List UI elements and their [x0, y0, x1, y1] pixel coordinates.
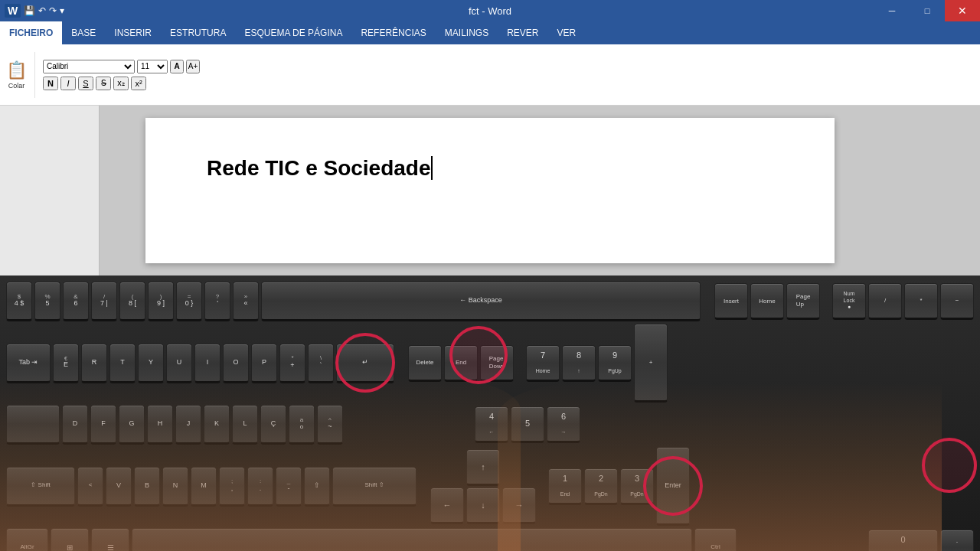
key-num-3[interactable]: 3PgDn: [620, 468, 654, 505]
underline-button[interactable]: S: [78, 77, 93, 90]
minimize-button[interactable]: ─: [874, 0, 910, 21]
key-close-paren-9[interactable]: )9 ]: [148, 282, 174, 321]
key-win[interactable]: ⊞: [51, 528, 89, 551]
key-enter-main[interactable]: ↵: [336, 344, 394, 383]
key-num-4[interactable]: 4←: [475, 406, 508, 443]
key-backspace[interactable]: ← Backspace: [261, 282, 701, 321]
key-p[interactable]: P: [251, 344, 277, 383]
key-colon[interactable]: :.: [247, 467, 273, 507]
key-num-asterisk[interactable]: *: [904, 283, 938, 320]
key-y[interactable]: Y: [138, 344, 164, 383]
key-num-9[interactable]: 9PgUp: [598, 345, 632, 382]
key-num-5[interactable]: 5: [511, 406, 544, 443]
key-underscore[interactable]: _-: [276, 467, 302, 507]
key-semicolon[interactable]: ;,: [219, 467, 245, 507]
grow-font-button[interactable]: A+: [186, 60, 200, 73]
tab-rever[interactable]: REVER: [498, 21, 547, 44]
key-i[interactable]: I: [194, 344, 220, 383]
key-arrow-up[interactable]: ↑: [466, 449, 500, 486]
key-caps-lock[interactable]: [6, 405, 60, 445]
customize-icon[interactable]: ▾: [60, 5, 64, 16]
key-k[interactable]: K: [204, 405, 230, 445]
tab-referencias[interactable]: REFERÊNCIAS: [351, 21, 435, 44]
key-arrow-down[interactable]: ↓: [466, 487, 500, 524]
key-alt-gr[interactable]: AltGr: [6, 528, 48, 551]
key-b[interactable]: B: [134, 467, 160, 507]
font-size-select[interactable]: 11: [137, 60, 168, 73]
key-num-8[interactable]: 8↑: [562, 345, 596, 382]
key-tab[interactable]: Tab ⇥: [6, 344, 51, 383]
key-t[interactable]: T: [109, 344, 136, 383]
tab-estrutura[interactable]: ESTRUTURA: [161, 21, 235, 44]
key-h[interactable]: H: [147, 405, 173, 445]
key-equals-0[interactable]: =0 }: [176, 282, 202, 321]
key-shift-right[interactable]: Shift ⇧: [332, 467, 416, 507]
close-button[interactable]: ✕: [945, 0, 980, 21]
key-backtick[interactable]: \`: [308, 344, 334, 383]
key-numpad-enter[interactable]: Enter: [656, 447, 690, 526]
paste-button[interactable]: 📋 Colar: [6, 60, 27, 90]
key-num-slash[interactable]: /: [868, 283, 902, 320]
document-area[interactable]: Rede TIC e Sociedade: [0, 106, 980, 276]
key-space[interactable]: [132, 528, 692, 551]
key-num-7[interactable]: 7Home: [526, 345, 560, 382]
key-guillemets[interactable]: »«: [233, 282, 259, 321]
key-u[interactable]: U: [166, 344, 192, 383]
font-family-select[interactable]: Calibri: [43, 60, 135, 73]
key-j[interactable]: J: [175, 405, 201, 445]
key-num-0[interactable]: 0Ins: [868, 530, 938, 551]
key-insert[interactable]: Insert: [714, 283, 748, 320]
key-d[interactable]: D: [62, 405, 88, 445]
key-slash-7[interactable]: /7 |: [91, 282, 117, 321]
key-num-6[interactable]: 6→: [547, 406, 580, 443]
key-arrow-right[interactable]: →: [502, 487, 536, 524]
tab-mailings[interactable]: MAILINGS: [436, 21, 498, 44]
key-pagedown[interactable]: PageDown: [480, 345, 514, 382]
key-z[interactable]: <: [77, 467, 103, 507]
tab-esquema[interactable]: ESQUEMA DE PÁGINA: [235, 21, 351, 44]
key-shift-up-arrow[interactable]: ⇧: [304, 467, 330, 507]
key-ctrl-right[interactable]: Ctrl: [694, 528, 737, 551]
tab-base[interactable]: BASE: [62, 21, 105, 44]
key-num-1[interactable]: 1End: [548, 468, 582, 505]
key-open-paren-8[interactable]: (8 [: [119, 282, 145, 321]
key-l[interactable]: L: [232, 405, 258, 445]
key-ampersand-6[interactable]: &6: [63, 282, 89, 321]
strikethrough-button[interactable]: S̶: [96, 77, 111, 90]
maximize-button[interactable]: □: [910, 0, 945, 21]
key-shift-left[interactable]: ⇧ Shift: [6, 467, 75, 507]
key-pageup[interactable]: PageUp: [786, 283, 820, 320]
key-g[interactable]: G: [119, 405, 145, 445]
key-home[interactable]: Home: [750, 283, 784, 320]
key-num-minus[interactable]: −: [940, 283, 974, 320]
key-cedilla[interactable]: Ç: [260, 405, 286, 445]
key-dollar-4[interactable]: $4 $: [6, 282, 32, 321]
key-percent-5[interactable]: %5: [34, 282, 60, 321]
key-num-plus[interactable]: +: [634, 324, 668, 403]
key-numlock[interactable]: NumLock●: [832, 283, 866, 320]
subscript-button[interactable]: x₂: [113, 77, 129, 90]
tab-ver[interactable]: VER: [548, 21, 586, 44]
bold-button[interactable]: A: [170, 60, 184, 73]
key-n[interactable]: N: [162, 467, 188, 507]
key-circumflex[interactable]: ^~: [317, 405, 343, 445]
save-icon[interactable]: 💾: [24, 5, 35, 16]
undo-icon[interactable]: ↶: [38, 5, 46, 16]
key-end[interactable]: End: [444, 345, 478, 382]
key-num-2[interactable]: 2PgDn: [584, 468, 618, 505]
key-asterisk-plus[interactable]: *+: [279, 344, 305, 383]
key-num-dot[interactable]: .Del: [940, 530, 974, 551]
italic-button[interactable]: I: [60, 77, 76, 90]
key-question[interactable]: ?': [204, 282, 230, 321]
redo-icon[interactable]: ↷: [49, 5, 57, 16]
key-v[interactable]: V: [106, 467, 132, 507]
key-menu[interactable]: ☰: [91, 528, 129, 551]
bold-text-button[interactable]: N: [43, 77, 58, 90]
tab-ficheiro[interactable]: FICHEIRO: [0, 21, 62, 44]
document-page[interactable]: Rede TIC e Sociedade: [145, 118, 835, 263]
key-a-tilde[interactable]: ao: [289, 405, 315, 445]
superscript-button[interactable]: x²: [131, 77, 146, 90]
key-m[interactable]: M: [191, 467, 217, 507]
key-f[interactable]: F: [90, 405, 116, 445]
key-e[interactable]: €E: [53, 344, 79, 383]
